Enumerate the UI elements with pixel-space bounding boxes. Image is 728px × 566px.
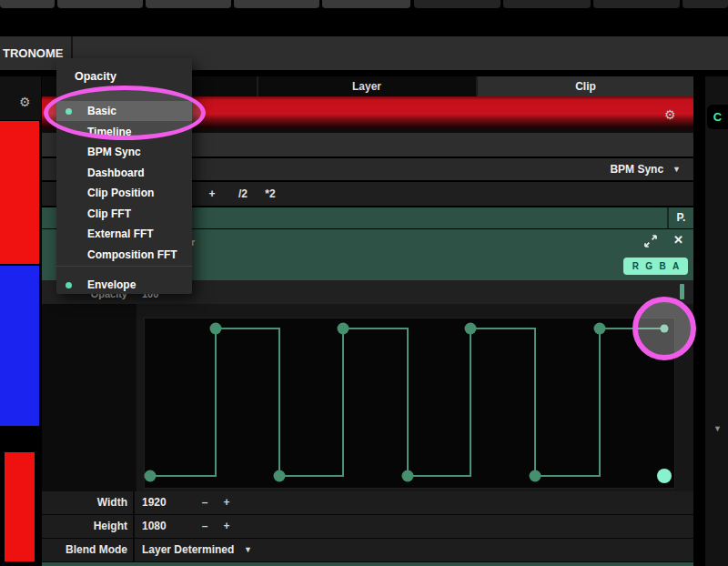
clip-deck-cell[interactable] [57,0,143,8]
width-minus-button[interactable]: – [202,491,208,514]
envelope-point[interactable] [402,470,414,482]
row-divider [133,515,135,538]
menu-header: Opacity [75,70,116,83]
layer-gear-icon[interactable]: ⚙ [19,96,31,108]
clip-thumbnail-red-2[interactable] [5,452,35,561]
envelope-point[interactable] [145,470,157,482]
value-slider-handle[interactable] [680,284,684,299]
clip-deck-cell[interactable] [682,0,728,8]
sync-mode-value[interactable]: BPM Sync [610,163,663,176]
menu-separator [56,266,192,267]
clip-deck-cell[interactable] [146,0,231,8]
menu-item-label: Clip FFT [87,204,131,224]
menu-item-dashboard[interactable]: Dashboard [56,163,192,183]
width-row: Width 1920 – + [42,491,693,515]
chevron-down-icon[interactable]: ▼ [244,539,252,561]
envelope-polyline [150,328,664,476]
menu-item-label: Composition FFT [87,245,177,265]
clip-deck-cell[interactable] [0,0,55,8]
channel-a[interactable]: A [672,261,679,271]
envelope-point[interactable] [530,470,541,482]
annotation-circle-envelope-point [632,297,696,360]
width-label: Width [42,491,127,514]
row-divider [133,539,135,561]
chevron-down-icon[interactable]: ▼ [713,424,722,433]
annotation-ellipse-basic [44,86,206,140]
clip-deck-cell[interactable] [414,0,500,8]
clip-deck-cell[interactable] [322,0,410,8]
menu-item-envelope[interactable]: Envelope [56,275,192,295]
expand-icon[interactable] [644,235,657,248]
width-value[interactable]: 1920 [142,491,167,514]
channel-b[interactable]: B [659,261,665,271]
active-dot-icon [66,282,72,288]
menu-item-label: Envelope [87,275,136,295]
envelope-point-selected[interactable] [657,469,672,483]
presets-button[interactable]: P. [669,207,693,228]
row-divider [133,491,135,514]
bottom-accent-bar [42,562,693,566]
menu-item-clip-position[interactable]: Clip Position [56,183,192,203]
menu-item-label: Clip Position [87,183,154,203]
blend-mode-label: Blend Mode [42,539,127,561]
envelope-point[interactable] [594,323,606,335]
height-value[interactable]: 1080 [142,515,167,538]
tab-clip[interactable]: Clip [478,76,693,96]
height-row: Height 1080 – + [42,515,693,539]
menu-item-bpm-sync[interactable]: BPM Sync [56,142,192,162]
channel-selector[interactable]: R G B A [623,258,688,275]
height-plus-button[interactable]: + [223,515,229,538]
clip-thumbnail-blue[interactable] [0,266,39,426]
width-plus-button[interactable]: + [223,491,229,514]
halve-button[interactable]: /2 [238,182,248,206]
envelope-point[interactable] [338,323,349,335]
double-button[interactable]: *2 [265,182,275,206]
menu-item-composition-fft[interactable]: Composition FFT [56,245,192,265]
height-minus-button[interactable]: – [202,515,208,538]
chevron-down-icon[interactable]: ▼ [672,165,681,174]
menu-item-external-fft[interactable]: External FFT [56,224,192,244]
tab-layer[interactable]: Layer [258,76,476,96]
close-icon[interactable]: ✕ [673,233,683,247]
blend-mode-value[interactable]: Layer Determined [142,539,234,561]
slider-gear-icon[interactable]: ⚙ [664,108,676,121]
add-point-button[interactable]: + [208,182,215,206]
height-label: Height [42,515,127,538]
envelope-point[interactable] [210,323,222,335]
channel-r[interactable]: R [632,261,639,271]
envelope-curve[interactable] [136,303,693,492]
metronome-tab[interactable]: TRONOME [3,36,63,70]
right-side-panel [705,76,728,566]
menu-item-label: External FFT [87,224,154,244]
clip-deck-cell[interactable] [234,0,319,8]
composition-button[interactable]: C [707,105,728,129]
envelope-point[interactable] [274,470,286,482]
graph-left-margin [42,304,136,491]
menu-item-label: BPM Sync [87,142,141,162]
envelope-point[interactable] [465,323,477,335]
menu-item-label: Dashboard [87,163,145,183]
clip-thumbnail-red[interactable] [0,121,39,264]
clip-deck-cell[interactable] [593,0,680,8]
channel-g[interactable]: G [645,261,652,271]
blend-mode-row: Blend Mode Layer Determined ▼ [42,539,693,562]
menu-item-clip-fft[interactable]: Clip FFT [56,204,192,224]
clip-deck-cell[interactable] [503,0,591,8]
